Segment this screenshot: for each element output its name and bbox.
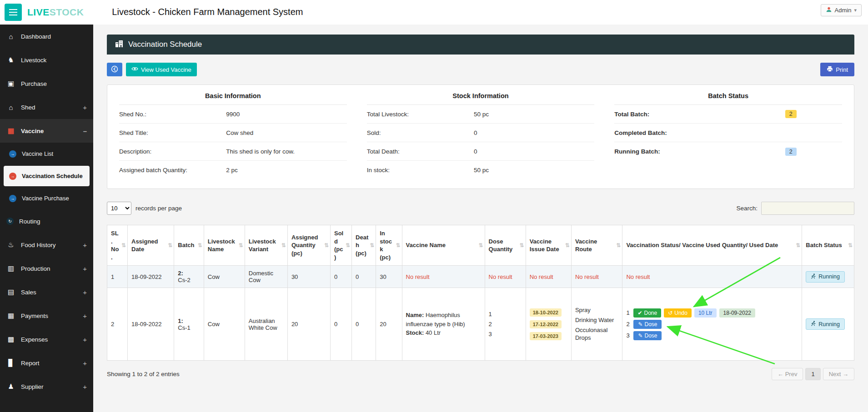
sidebar-item-label: Expenses <box>21 336 48 343</box>
table-header-row: SL. No.⇅ Assigned Date⇅ Batch⇅ Livestock… <box>107 225 854 266</box>
col-header-sold[interactable]: Sold (pc)⇅ <box>331 225 352 266</box>
sidebar: ⌂ Dashboard ♞ Livestock ▣ Purchase ⌂ She… <box>0 25 93 412</box>
dose-button[interactable]: ✎ Dose <box>633 320 662 329</box>
col-header-vaccine-name[interactable]: Vaccine Name⇅ <box>402 225 485 266</box>
sidebar-item-food-history[interactable]: ♨ Food History + <box>0 233 93 257</box>
dose-value: 3 <box>489 331 522 338</box>
sidebar-item-production[interactable]: ▥ Production + <box>0 257 93 280</box>
info-row-in-stock: In stock: 50 pc <box>367 161 595 179</box>
sort-icon: ⇅ <box>848 242 853 249</box>
section-title: Stock Information <box>367 92 595 105</box>
sidebar-item-supplier[interactable]: ♟ Supplier + <box>0 375 93 398</box>
issue-date-badge: 18-10-2022 <box>530 308 562 317</box>
search-area: Search: <box>736 202 854 215</box>
sidebar-item-report[interactable]: ▊ Report + <box>0 351 93 375</box>
info-value: 50 pc <box>474 111 594 118</box>
info-value: This shed is only for cow. <box>226 148 346 155</box>
production-icon: ▥ <box>6 264 15 273</box>
sidebar-item-vaccine-purchase[interactable]: → Vaccine Purchase <box>0 187 93 209</box>
col-header-batch-status[interactable]: Batch Status⇅ <box>802 225 854 266</box>
expand-plus-icon: + <box>83 359 87 367</box>
back-button[interactable] <box>107 63 122 76</box>
records-per-page-select[interactable]: 10 <box>107 202 131 215</box>
undo-button[interactable]: ↺ Undo <box>664 308 692 318</box>
pencil-icon: ✎ <box>638 333 642 339</box>
running-label: Running <box>818 321 840 328</box>
dose-value: 2 <box>489 321 522 328</box>
cell-livestock-name: Cow <box>204 266 245 288</box>
vaccine-stock-label: Stock: <box>406 329 424 336</box>
col-header-sl-no[interactable]: SL. No.⇅ <box>107 225 128 266</box>
sidebar-item-payments[interactable]: ▦ Payments + <box>0 304 93 328</box>
cell-sl-no: 1 <box>107 266 128 288</box>
shed-icon: ⌂ <box>6 104 15 111</box>
sidebar-item-expenses[interactable]: ▩ Expenses + <box>0 328 93 351</box>
view-used-vaccine-button[interactable]: View Used Vaccine <box>126 63 197 76</box>
running-status-button[interactable]: Running <box>806 271 845 283</box>
col-header-in-stock[interactable]: In stock (pc)⇅ <box>376 225 402 266</box>
col-header-batch[interactable]: Batch⇅ <box>174 225 204 266</box>
cell-vaccine-name-empty: No result <box>402 266 485 288</box>
sidebar-item-purchase[interactable]: ▣ Purchase <box>0 72 93 95</box>
cell-sold: 0 <box>331 288 352 361</box>
sidebar-item-vaccine-list[interactable]: → Vaccine List <box>0 143 93 165</box>
col-header-assigned-date[interactable]: Assigned Date⇅ <box>128 225 174 266</box>
col-header-vaccine-issue-date[interactable]: Vaccine Issue Date⇅ <box>526 225 571 266</box>
pagination: ← Prev 1 Next → <box>772 368 854 380</box>
expand-plus-icon: + <box>83 241 87 249</box>
cell-assigned-date: 18-09-2022 <box>128 288 174 361</box>
dose-value: 1 <box>489 311 522 318</box>
sort-icon: ⇅ <box>281 242 286 249</box>
search-input[interactable] <box>761 202 854 215</box>
cell-in-stock: 30 <box>376 266 402 288</box>
col-header-vaccine-route[interactable]: Vaccine Route⇅ <box>571 225 622 266</box>
actions-row: View Used Vaccine Print <box>107 63 854 76</box>
circle-arrow-icon: → <box>9 150 16 158</box>
sort-icon: ⇅ <box>121 242 126 249</box>
info-value: 2 <box>740 110 842 118</box>
col-header-livestock-name[interactable]: Livestock Name⇅ <box>204 225 245 266</box>
page-number-button[interactable]: 1 <box>805 368 820 380</box>
running-status-button[interactable]: Running <box>806 318 845 330</box>
table-controls: 10 records per page Search: <box>107 202 854 215</box>
sort-icon: ⇅ <box>616 242 621 249</box>
print-button[interactable]: Print <box>820 63 854 76</box>
undo-icon: ↺ <box>668 310 672 316</box>
arrow-left-circle-icon <box>111 65 118 74</box>
sidebar-item-label: Report <box>21 360 40 367</box>
section-title: Basic Information <box>119 92 347 105</box>
done-button[interactable]: ✔ Done <box>633 308 661 318</box>
info-row-completed-batch: Completed Batch: <box>614 124 842 142</box>
admin-menu-button[interactable]: Admin ▾ <box>821 4 862 16</box>
info-label: Description: <box>119 148 226 155</box>
sidebar-item-dashboard[interactable]: ⌂ Dashboard <box>0 25 93 48</box>
batch-number: 2: <box>178 270 183 277</box>
sidebar-item-vaccine[interactable]: ▦ Vaccine – <box>0 119 93 143</box>
cell-death: 0 <box>352 288 376 361</box>
check-icon: ✔ <box>637 310 642 316</box>
col-header-dose-quantity[interactable]: Dose Quantity⇅ <box>485 225 526 266</box>
hamburger-menu-icon[interactable] <box>5 4 22 21</box>
col-header-assigned-quantity[interactable]: Assigned Quantity (pc)⇅ <box>287 225 330 266</box>
info-row-assigned-batch-qty: Assigned batch Quantity: 2 pc <box>119 161 347 179</box>
sidebar-item-livestock[interactable]: ♞ Livestock <box>0 48 93 72</box>
col-header-death[interactable]: Death (pc)⇅ <box>352 225 376 266</box>
cell-assigned-quantity: 20 <box>287 288 330 361</box>
sidebar-item-routing[interactable]: ↻ Routing <box>0 209 93 233</box>
next-page-button[interactable]: Next → <box>823 368 854 380</box>
col-header-livestock-variant[interactable]: Livestock Variant⇅ <box>245 225 287 266</box>
sort-icon: ⇅ <box>796 242 800 249</box>
prev-page-button[interactable]: ← Prev <box>772 368 803 380</box>
batch-status-section: Batch Status Total Batch: 2 Completed Ba… <box>614 92 842 179</box>
dose-label: Dose <box>644 333 657 339</box>
cell-batch: 1: Cs-1 <box>174 288 204 361</box>
sidebar-item-shed[interactable]: ⌂ Shed + <box>0 95 93 119</box>
issue-date-badge: 17-12-2022 <box>530 320 562 328</box>
dose-button[interactable]: ✎ Dose <box>633 331 662 340</box>
sidebar-item-vaccination-schedule[interactable]: → Vaccination Schedule <box>4 166 90 186</box>
sidebar-item-sales[interactable]: ▤ Sales + <box>0 280 93 304</box>
col-header-vaccination-status[interactable]: Vaccination Status/ Vaccine Used Quantit… <box>622 225 802 266</box>
sort-icon: ⇅ <box>346 242 350 249</box>
vaccination-schedule-table: SL. No.⇅ Assigned Date⇅ Batch⇅ Livestock… <box>107 225 854 361</box>
cell-vaccine-route: Spray Drinking Water Occulonasal Drops <box>571 288 622 361</box>
